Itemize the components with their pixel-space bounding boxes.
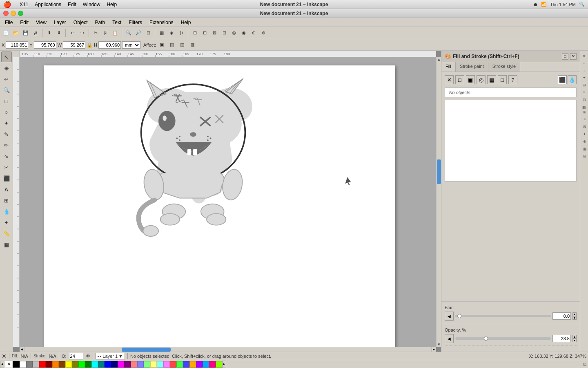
palette-color-teal[interactable] xyxy=(98,361,105,368)
horizontal-scrollbar[interactable]: ◄ ► xyxy=(20,347,436,352)
snap2[interactable]: ⊟ xyxy=(200,29,209,38)
dropper-tool-btn[interactable]: 💧 xyxy=(1,206,12,217)
snap8[interactable]: ⊗ xyxy=(259,29,268,38)
paste-btn[interactable]: 📋 xyxy=(111,29,120,38)
palette-color-skyblue[interactable] xyxy=(203,361,209,368)
star-tool-btn[interactable]: ✦ xyxy=(1,118,12,128)
lock-icon[interactable]: 🔒 xyxy=(87,42,93,48)
fill-swatch-btn[interactable]: □ xyxy=(498,75,507,84)
opacity-spin-down[interactable]: ▼ xyxy=(572,339,577,342)
undo-btn[interactable]: ↩ xyxy=(68,29,77,38)
zoom-out-btn[interactable]: 🔍 xyxy=(124,29,133,38)
palette-color-medblue[interactable] xyxy=(183,361,189,368)
drawing-canvas[interactable] xyxy=(20,57,436,347)
edge-snap7[interactable]: ⊡ xyxy=(581,96,588,103)
palette-scroll-right[interactable]: ► xyxy=(222,361,226,368)
edge-snap6[interactable]: ≡ xyxy=(581,89,588,96)
affect-btn4[interactable]: ▦ xyxy=(188,40,197,49)
file-menu[interactable]: File xyxy=(2,19,16,26)
palette-color-silver[interactable] xyxy=(33,361,39,368)
palette-color-yellow[interactable] xyxy=(65,361,72,368)
opacity-value-input[interactable] xyxy=(552,335,571,342)
opacity-slider-btn-l[interactable]: ◀ xyxy=(445,334,454,343)
opacity-slider-thumb[interactable] xyxy=(484,337,488,341)
panel-close-btn[interactable]: ✕ xyxy=(570,53,577,60)
palette-color-violet[interactable] xyxy=(196,361,203,368)
palette-color-lime[interactable] xyxy=(78,361,85,368)
scroll-left-btn[interactable]: ◄ xyxy=(20,347,24,352)
zoom-in-btn[interactable]: 🔎 xyxy=(134,29,143,38)
palette-color-cyan[interactable] xyxy=(91,361,98,368)
redo-btn[interactable]: ↪ xyxy=(78,29,87,38)
align-btn[interactable]: ▦ xyxy=(157,29,166,38)
bezier-tool-btn[interactable]: ✏ xyxy=(1,140,12,150)
palette-color-green[interactable] xyxy=(85,361,91,368)
panel-snap-edge-7[interactable]: ⊟ xyxy=(581,153,588,159)
node-tool-btn[interactable]: ◈ xyxy=(1,63,12,73)
fill-tab[interactable]: Fill xyxy=(441,62,456,72)
panel-detach-btn[interactable]: □ xyxy=(562,53,568,60)
ellipse-tool-btn[interactable]: ○ xyxy=(1,107,12,117)
edge-snap5[interactable]: ⊞ xyxy=(581,82,588,88)
palette-color-lavender[interactable] xyxy=(137,361,144,368)
unit-selector[interactable]: mm px in cm pt xyxy=(122,41,140,49)
cut-btn[interactable]: ✂ xyxy=(91,29,100,38)
palette-color-lightyellow[interactable] xyxy=(150,361,157,368)
palette-scroll-left[interactable]: ◄ xyxy=(0,361,4,368)
vertical-scrollbar[interactable]: ▲ ▼ xyxy=(436,57,441,347)
maximize-button[interactable] xyxy=(18,11,23,16)
layer-menu[interactable]: Layer xyxy=(51,19,69,26)
palette-color-darkred[interactable] xyxy=(46,361,52,368)
gradient-tool-btn[interactable]: ▦ xyxy=(1,239,12,250)
scroll-down-btn[interactable]: ▼ xyxy=(437,342,441,347)
help-menu[interactable]: Help xyxy=(178,19,194,26)
text-tool-btn[interactable]: A xyxy=(1,184,12,195)
fill-linear-btn[interactable]: ▣ xyxy=(466,75,475,84)
palette-color-magenta[interactable] xyxy=(118,361,124,368)
rect-tool-btn[interactable]: □ xyxy=(1,96,12,106)
apple-menu-icon[interactable]: 🍎 xyxy=(3,0,11,8)
panel-snap-edge-1[interactable]: ⊞ xyxy=(581,109,588,115)
fill-flat-btn[interactable]: □ xyxy=(455,75,464,84)
snap1[interactable]: ⊞ xyxy=(190,29,199,38)
calligraphy-tool-btn[interactable]: ∿ xyxy=(1,151,12,162)
snap4[interactable]: ⊡ xyxy=(220,29,229,38)
object-menu[interactable]: Object xyxy=(70,19,91,26)
copy-btn[interactable]: ⎘ xyxy=(101,29,110,38)
canvas-wrapper[interactable]: 105 110 115 120 125 130 135 140 145 150 … xyxy=(13,51,441,352)
help-menu-os[interactable]: Help xyxy=(103,1,120,8)
snap5[interactable]: ◎ xyxy=(229,29,238,38)
fill-pattern-btn[interactable]: ▦ xyxy=(487,75,496,84)
palette-color-red[interactable] xyxy=(39,361,46,368)
fill-unknown-btn[interactable]: ? xyxy=(508,75,517,84)
fill-eyedropper[interactable]: 💧 xyxy=(568,75,577,84)
affect-btn3[interactable]: ▥ xyxy=(178,40,187,49)
edit-menu-os[interactable]: Edit xyxy=(65,1,80,8)
affect-btn1[interactable]: ▣ xyxy=(157,40,166,49)
paint-bucket-btn[interactable]: ⬛ xyxy=(1,173,12,184)
edit-menu[interactable]: Edit xyxy=(17,19,32,26)
print-btn[interactable]: 🖨 xyxy=(31,29,40,38)
canvas-scroll-area[interactable] xyxy=(20,57,436,347)
palette-color-black[interactable] xyxy=(13,361,20,368)
palette-color-gray[interactable] xyxy=(26,361,33,368)
xml-btn[interactable]: ⟨⟩ xyxy=(177,29,186,38)
palette-color-lightcyan[interactable] xyxy=(157,361,163,368)
blur-slider-thumb[interactable] xyxy=(457,314,461,318)
filters-menu[interactable]: Filters xyxy=(125,19,145,26)
stroke-paint-tab[interactable]: Stroke paint xyxy=(456,62,488,72)
open-btn[interactable]: 📂 xyxy=(11,29,20,38)
snap7[interactable]: ⊕ xyxy=(249,29,258,38)
edge-snap3[interactable]: ↕ xyxy=(581,67,588,74)
palette-color-olive[interactable] xyxy=(72,361,78,368)
opacity-status-input[interactable] xyxy=(69,353,83,359)
snap6[interactable]: ◉ xyxy=(239,29,248,38)
panel-snap-edge-5[interactable]: ⊕ xyxy=(581,138,588,145)
palette-color-navy[interactable] xyxy=(111,361,118,368)
transform-btn[interactable]: ◈ xyxy=(167,29,176,38)
path-menu[interactable]: Path xyxy=(92,19,109,26)
layer-selector[interactable]: • • Layer 1 ▼ xyxy=(96,353,125,359)
export-btn[interactable]: ⬇ xyxy=(54,29,63,38)
fill-radial-btn[interactable]: ◎ xyxy=(477,75,486,84)
panel-snap-edge-4[interactable]: ✦ xyxy=(581,131,588,137)
